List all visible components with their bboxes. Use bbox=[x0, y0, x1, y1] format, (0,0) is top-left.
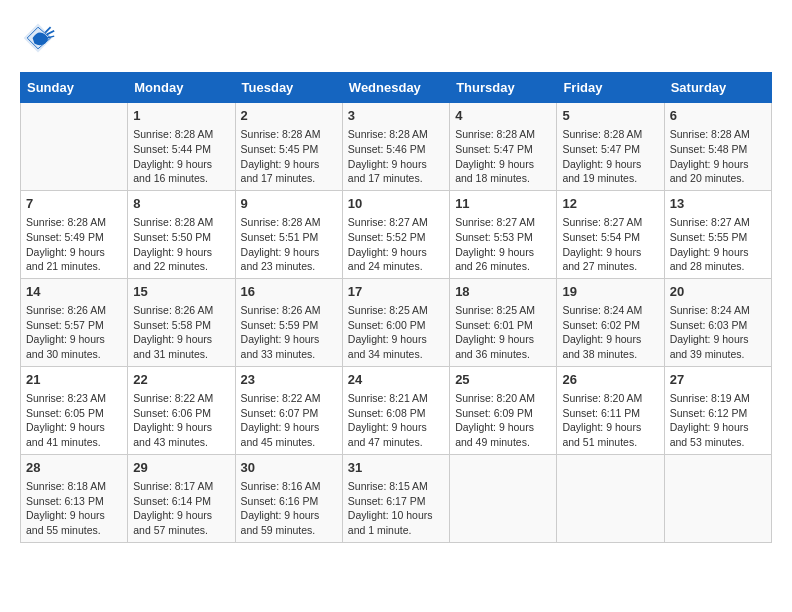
day-number: 5 bbox=[562, 107, 658, 125]
calendar-cell-w4-d6 bbox=[664, 454, 771, 542]
day-info-line: Sunset: 6:05 PM bbox=[26, 406, 122, 421]
day-info-line: Sunset: 6:12 PM bbox=[670, 406, 766, 421]
day-info-line: Sunrise: 8:20 AM bbox=[562, 391, 658, 406]
day-info-line: Daylight: 9 hours and 49 minutes. bbox=[455, 420, 551, 449]
calendar-cell-w3-d1: 22Sunrise: 8:22 AMSunset: 6:06 PMDayligh… bbox=[128, 366, 235, 454]
day-info-line: Sunset: 5:45 PM bbox=[241, 142, 337, 157]
calendar-week-row-2: 14Sunrise: 8:26 AMSunset: 5:57 PMDayligh… bbox=[21, 278, 772, 366]
day-info-line: Daylight: 9 hours and 31 minutes. bbox=[133, 332, 229, 361]
day-info-line: Sunset: 6:17 PM bbox=[348, 494, 444, 509]
day-info-line: Daylight: 9 hours and 17 minutes. bbox=[348, 157, 444, 186]
weekday-header-row: SundayMondayTuesdayWednesdayThursdayFrid… bbox=[21, 73, 772, 103]
day-info-line: Daylight: 9 hours and 23 minutes. bbox=[241, 245, 337, 274]
calendar-cell-w4-d4 bbox=[450, 454, 557, 542]
day-number: 6 bbox=[670, 107, 766, 125]
day-info-line: Daylight: 9 hours and 36 minutes. bbox=[455, 332, 551, 361]
day-info-line: Daylight: 9 hours and 47 minutes. bbox=[348, 420, 444, 449]
calendar-cell-w3-d3: 24Sunrise: 8:21 AMSunset: 6:08 PMDayligh… bbox=[342, 366, 449, 454]
calendar-cell-w3-d2: 23Sunrise: 8:22 AMSunset: 6:07 PMDayligh… bbox=[235, 366, 342, 454]
calendar-week-row-4: 28Sunrise: 8:18 AMSunset: 6:13 PMDayligh… bbox=[21, 454, 772, 542]
day-info-line: Sunrise: 8:28 AM bbox=[133, 215, 229, 230]
day-info-line: Daylight: 9 hours and 33 minutes. bbox=[241, 332, 337, 361]
day-info-line: Daylight: 9 hours and 20 minutes. bbox=[670, 157, 766, 186]
day-info-line: Daylight: 9 hours and 17 minutes. bbox=[241, 157, 337, 186]
day-number: 30 bbox=[241, 459, 337, 477]
day-info-line: Sunset: 5:59 PM bbox=[241, 318, 337, 333]
calendar-cell-w2-d4: 18Sunrise: 8:25 AMSunset: 6:01 PMDayligh… bbox=[450, 278, 557, 366]
day-info-line: Daylight: 9 hours and 34 minutes. bbox=[348, 332, 444, 361]
day-info-line: Daylight: 9 hours and 19 minutes. bbox=[562, 157, 658, 186]
day-info-line: Daylight: 9 hours and 38 minutes. bbox=[562, 332, 658, 361]
calendar-week-row-3: 21Sunrise: 8:23 AMSunset: 6:05 PMDayligh… bbox=[21, 366, 772, 454]
day-info-line: Sunrise: 8:24 AM bbox=[670, 303, 766, 318]
calendar-cell-w0-d6: 6Sunrise: 8:28 AMSunset: 5:48 PMDaylight… bbox=[664, 103, 771, 191]
calendar-cell-w3-d6: 27Sunrise: 8:19 AMSunset: 6:12 PMDayligh… bbox=[664, 366, 771, 454]
day-info-line: Sunrise: 8:28 AM bbox=[562, 127, 658, 142]
day-info-line: Daylight: 10 hours and 1 minute. bbox=[348, 508, 444, 537]
day-info-line: Sunrise: 8:27 AM bbox=[562, 215, 658, 230]
day-number: 15 bbox=[133, 283, 229, 301]
day-info-line: Sunset: 6:11 PM bbox=[562, 406, 658, 421]
day-info-line: Sunset: 5:48 PM bbox=[670, 142, 766, 157]
day-info-line: Sunset: 6:07 PM bbox=[241, 406, 337, 421]
day-info-line: Sunset: 5:51 PM bbox=[241, 230, 337, 245]
day-info-line: Daylight: 9 hours and 55 minutes. bbox=[26, 508, 122, 537]
day-info-line: Sunrise: 8:26 AM bbox=[26, 303, 122, 318]
day-info-line: Daylight: 9 hours and 22 minutes. bbox=[133, 245, 229, 274]
day-info-line: Sunset: 5:47 PM bbox=[455, 142, 551, 157]
day-number: 19 bbox=[562, 283, 658, 301]
day-info-line: Sunrise: 8:28 AM bbox=[241, 127, 337, 142]
day-info-line: Sunrise: 8:24 AM bbox=[562, 303, 658, 318]
weekday-header-wednesday: Wednesday bbox=[342, 73, 449, 103]
day-info-line: Sunrise: 8:25 AM bbox=[455, 303, 551, 318]
day-info-line: Sunrise: 8:28 AM bbox=[26, 215, 122, 230]
day-info-line: Sunrise: 8:28 AM bbox=[670, 127, 766, 142]
day-number: 28 bbox=[26, 459, 122, 477]
day-info-line: Sunset: 5:53 PM bbox=[455, 230, 551, 245]
day-number: 2 bbox=[241, 107, 337, 125]
day-info-line: Sunrise: 8:21 AM bbox=[348, 391, 444, 406]
day-info-line: Sunrise: 8:17 AM bbox=[133, 479, 229, 494]
calendar-cell-w2-d2: 16Sunrise: 8:26 AMSunset: 5:59 PMDayligh… bbox=[235, 278, 342, 366]
calendar-cell-w4-d5 bbox=[557, 454, 664, 542]
day-number: 10 bbox=[348, 195, 444, 213]
day-info-line: Sunrise: 8:28 AM bbox=[455, 127, 551, 142]
day-info-line: Sunset: 5:52 PM bbox=[348, 230, 444, 245]
day-info-line: Daylight: 9 hours and 18 minutes. bbox=[455, 157, 551, 186]
day-info-line: Sunset: 5:57 PM bbox=[26, 318, 122, 333]
day-number: 14 bbox=[26, 283, 122, 301]
day-number: 24 bbox=[348, 371, 444, 389]
day-info-line: Daylight: 9 hours and 30 minutes. bbox=[26, 332, 122, 361]
day-info-line: Sunrise: 8:26 AM bbox=[241, 303, 337, 318]
calendar-cell-w3-d0: 21Sunrise: 8:23 AMSunset: 6:05 PMDayligh… bbox=[21, 366, 128, 454]
calendar-table: SundayMondayTuesdayWednesdayThursdayFrid… bbox=[20, 72, 772, 543]
calendar-cell-w1-d5: 12Sunrise: 8:27 AMSunset: 5:54 PMDayligh… bbox=[557, 190, 664, 278]
calendar-cell-w0-d5: 5Sunrise: 8:28 AMSunset: 5:47 PMDaylight… bbox=[557, 103, 664, 191]
day-number: 29 bbox=[133, 459, 229, 477]
day-info-line: Sunset: 5:55 PM bbox=[670, 230, 766, 245]
calendar-cell-w2-d0: 14Sunrise: 8:26 AMSunset: 5:57 PMDayligh… bbox=[21, 278, 128, 366]
calendar-cell-w1-d4: 11Sunrise: 8:27 AMSunset: 5:53 PMDayligh… bbox=[450, 190, 557, 278]
day-info-line: Sunset: 6:09 PM bbox=[455, 406, 551, 421]
day-info-line: Daylight: 9 hours and 59 minutes. bbox=[241, 508, 337, 537]
day-number: 8 bbox=[133, 195, 229, 213]
calendar-cell-w0-d1: 1Sunrise: 8:28 AMSunset: 5:44 PMDaylight… bbox=[128, 103, 235, 191]
day-info-line: Daylight: 9 hours and 45 minutes. bbox=[241, 420, 337, 449]
day-info-line: Daylight: 9 hours and 21 minutes. bbox=[26, 245, 122, 274]
day-number: 1 bbox=[133, 107, 229, 125]
calendar-cell-w4-d3: 31Sunrise: 8:15 AMSunset: 6:17 PMDayligh… bbox=[342, 454, 449, 542]
day-info-line: Daylight: 9 hours and 41 minutes. bbox=[26, 420, 122, 449]
day-info-line: Sunrise: 8:22 AM bbox=[133, 391, 229, 406]
day-number: 27 bbox=[670, 371, 766, 389]
day-info-line: Sunrise: 8:28 AM bbox=[348, 127, 444, 142]
day-info-line: Daylight: 9 hours and 39 minutes. bbox=[670, 332, 766, 361]
day-info-line: Daylight: 9 hours and 27 minutes. bbox=[562, 245, 658, 274]
day-info-line: Sunrise: 8:19 AM bbox=[670, 391, 766, 406]
calendar-cell-w4-d1: 29Sunrise: 8:17 AMSunset: 6:14 PMDayligh… bbox=[128, 454, 235, 542]
day-info-line: Sunset: 6:16 PM bbox=[241, 494, 337, 509]
day-info-line: Sunrise: 8:16 AM bbox=[241, 479, 337, 494]
day-number: 13 bbox=[670, 195, 766, 213]
day-info-line: Sunrise: 8:23 AM bbox=[26, 391, 122, 406]
day-info-line: Sunset: 5:47 PM bbox=[562, 142, 658, 157]
day-number: 7 bbox=[26, 195, 122, 213]
